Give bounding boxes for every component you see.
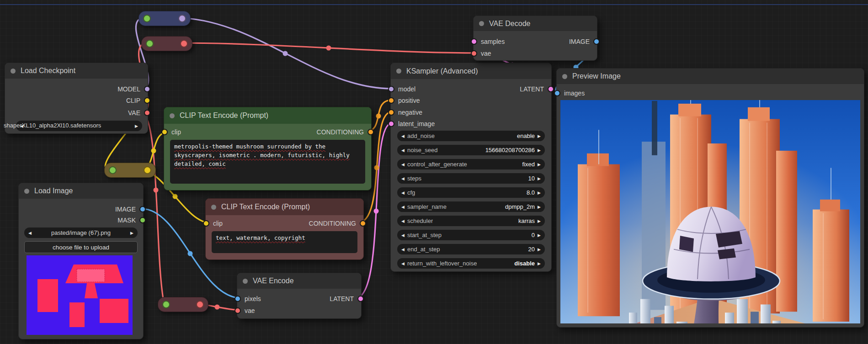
model-input-port[interactable]	[388, 86, 394, 92]
samples-input-port[interactable]	[471, 38, 477, 45]
negative-input-port[interactable]	[388, 109, 394, 116]
port-label: clip	[213, 220, 223, 227]
collapse-dot-icon[interactable]	[11, 69, 16, 74]
vae-input-port[interactable]	[234, 307, 241, 314]
conditioning-output-port[interactable]	[360, 220, 366, 227]
combo-left-arrow-icon[interactable]: ◀	[28, 231, 32, 235]
ckpt-name-widget[interactable]: ◀ shaperXL10_alpha2Xl10.safetensors ▶	[16, 121, 142, 131]
vae-output-port[interactable]	[180, 40, 188, 48]
combo-right-arrow-icon[interactable]: ▶	[538, 191, 541, 195]
image-output-port[interactable]	[593, 38, 600, 45]
mask-output-port[interactable]	[139, 217, 146, 223]
collapsed-node-vae-bottom[interactable]	[158, 297, 208, 312]
node-titlebar[interactable]: VAE Encode	[237, 273, 361, 289]
choose-file-button[interactable]: choose file to upload	[24, 241, 138, 253]
conditioning-output-port[interactable]	[367, 129, 374, 135]
node-titlebar[interactable]: Preview Image	[557, 69, 864, 84]
combo-left-arrow-icon[interactable]: ◀	[401, 205, 405, 209]
widget-add-noise[interactable]: ◀ add_noise enable ▶	[397, 131, 545, 141]
node-titlebar[interactable]: CLIP Text Encode (Prompt)	[206, 199, 363, 215]
widget-sampler-name[interactable]: ◀ sampler_name dpmpp_2m ▶	[397, 201, 545, 212]
negative-prompt-textarea[interactable]: text, watermark, copyright	[212, 231, 357, 253]
combo-right-arrow-icon[interactable]: ▶	[538, 219, 541, 223]
widget-noise-seed[interactable]: ◀ noise_seed 156680208700286 ▶	[397, 145, 545, 155]
combo-left-arrow-icon[interactable]: ◀	[401, 176, 405, 181]
latent-output-port[interactable]	[357, 296, 364, 302]
combo-left-arrow-icon[interactable]: ◀	[401, 148, 405, 153]
node-vae-decode[interactable]: VAE Decode samples vae IMAGE	[473, 16, 597, 61]
widget-steps[interactable]: ◀ steps 10 ▶	[397, 173, 545, 184]
combo-left-arrow-icon[interactable]: ◀	[401, 134, 405, 138]
collapse-dot-icon[interactable]	[170, 113, 175, 118]
combo-right-arrow-icon[interactable]: ▶	[130, 231, 133, 235]
vae-output-port[interactable]	[144, 110, 150, 116]
combo-right-arrow-icon[interactable]: ▶	[135, 124, 138, 128]
node-titlebar[interactable]: VAE Decode	[474, 16, 597, 31]
collapse-dot-icon[interactable]	[562, 74, 567, 79]
collapsed-node-model[interactable]	[138, 11, 191, 26]
combo-left-arrow-icon[interactable]: ◀	[401, 261, 405, 266]
widget-start-at-step[interactable]: ◀ start_at_step 0 ▶	[397, 230, 545, 240]
latent-image-input-port[interactable]	[388, 121, 394, 127]
node-titlebar[interactable]: KSampler (Advanced)	[391, 63, 551, 79]
images-input-port[interactable]	[554, 90, 560, 96]
collapse-dot-icon[interactable]	[396, 69, 401, 74]
widget-scheduler[interactable]: ◀ scheduler karras ▶	[397, 216, 545, 226]
collapse-dot-icon[interactable]	[243, 279, 248, 284]
positive-prompt-textarea[interactable]: metropolis-themed mushroom surrounded by…	[170, 140, 365, 184]
widget-return-with-leftover-noise[interactable]: ◀ return_with_leftover_noise disable ▶	[397, 258, 545, 269]
node-titlebar[interactable]: Load Checkpoint	[5, 63, 148, 79]
comfyui-canvas[interactable]: Load Checkpoint MODEL CLIP VAE ◀ shaperX…	[0, 0, 868, 344]
combo-right-arrow-icon[interactable]: ▶	[538, 148, 541, 153]
latent-output-port[interactable]	[548, 86, 554, 92]
vae-output-port[interactable]	[196, 301, 204, 308]
widget-control-after-generate[interactable]: ◀ control_after_generate fixed ▶	[397, 159, 545, 169]
combo-right-arrow-icon[interactable]: ▶	[538, 261, 541, 266]
vae-input-port[interactable]	[471, 50, 477, 57]
node-titlebar[interactable]: CLIP Text Encode (Prompt)	[164, 107, 371, 124]
collapsed-node-vae-top[interactable]	[141, 36, 192, 51]
node-titlebar[interactable]: Load Image	[19, 183, 143, 199]
combo-right-arrow-icon[interactable]: ▶	[538, 205, 541, 209]
combo-left-arrow-icon[interactable]: ◀	[401, 191, 405, 195]
widget-cfg[interactable]: ◀ cfg 8.0 ▶	[397, 187, 545, 198]
clip-output-port[interactable]	[144, 166, 151, 174]
collapse-dot-icon[interactable]	[24, 189, 29, 194]
clip-input-port[interactable]	[203, 220, 209, 227]
combo-left-arrow-icon[interactable]: ◀	[401, 247, 405, 252]
combo-right-arrow-icon[interactable]: ▶	[538, 233, 541, 238]
image-file-widget[interactable]: ◀ pasted/image (67).png ▶	[24, 228, 138, 238]
collapse-dot-icon[interactable]	[143, 15, 151, 22]
collapse-dot-icon[interactable]	[146, 40, 154, 48]
node-clip-text-encode-negative[interactable]: CLIP Text Encode (Prompt) clip CONDITION…	[205, 198, 364, 260]
widget-end-at-step[interactable]: ◀ end_at_step 20 ▶	[397, 244, 545, 254]
combo-right-arrow-icon[interactable]: ▶	[538, 162, 541, 167]
node-ksampler-advanced[interactable]: KSampler (Advanced) model positive negat…	[390, 63, 552, 272]
clip-output-port[interactable]	[144, 97, 150, 104]
collapse-dot-icon[interactable]	[109, 166, 117, 174]
node-clip-text-encode-positive[interactable]: CLIP Text Encode (Prompt) clip CONDITION…	[164, 107, 372, 191]
node-vae-encode[interactable]: VAE Encode pixels vae LATENT	[237, 273, 362, 319]
node-preview-image[interactable]: Preview Image images	[556, 68, 864, 328]
combo-left-arrow-icon[interactable]: ◀	[401, 162, 405, 167]
model-output-port[interactable]	[144, 86, 150, 92]
positive-input-port[interactable]	[388, 97, 394, 104]
output-row-latent: LATENT	[520, 85, 554, 94]
collapse-dot-icon[interactable]	[211, 205, 216, 210]
input-row-samples: samples	[471, 37, 505, 46]
clip-input-port[interactable]	[161, 129, 168, 135]
image-output-port[interactable]	[139, 206, 146, 212]
pixels-input-port[interactable]	[234, 296, 241, 302]
combo-left-arrow-icon[interactable]: ◀	[401, 219, 405, 223]
model-output-port[interactable]	[178, 15, 186, 22]
collapse-dot-icon[interactable]	[479, 21, 484, 26]
combo-left-arrow-icon[interactable]: ◀	[401, 233, 405, 238]
widget-value: 8.0	[527, 189, 535, 196]
combo-right-arrow-icon[interactable]: ▶	[538, 134, 541, 138]
combo-right-arrow-icon[interactable]: ▶	[538, 176, 541, 181]
node-load-checkpoint[interactable]: Load Checkpoint MODEL CLIP VAE ◀ shaperX…	[5, 63, 148, 134]
collapsed-node-clip[interactable]	[104, 163, 156, 178]
node-load-image[interactable]: Load Image IMAGE MASK ◀ pasted/image (67…	[18, 183, 144, 339]
combo-right-arrow-icon[interactable]: ▶	[538, 247, 541, 252]
collapse-dot-icon[interactable]	[162, 301, 170, 308]
